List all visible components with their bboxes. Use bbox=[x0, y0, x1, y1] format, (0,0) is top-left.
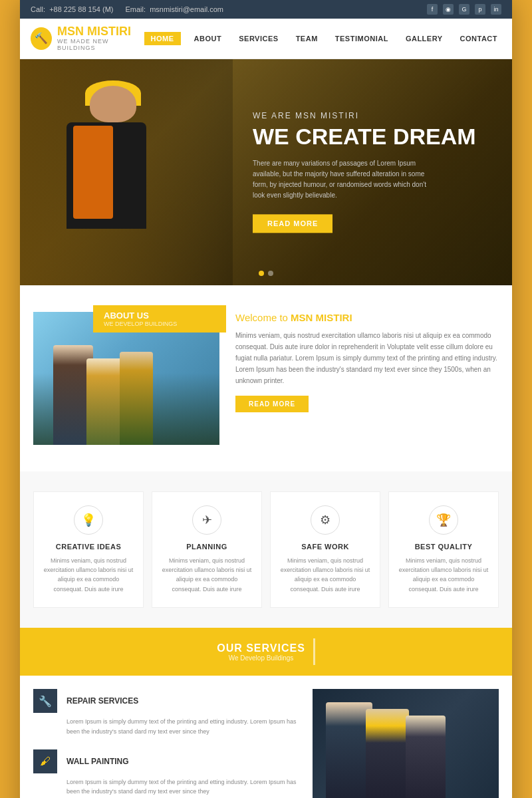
facebook-icon[interactable]: f bbox=[427, 4, 438, 15]
nav-bar: 🔨 MSN MISTIRI WE MADE NEW BUILDINGS HOME… bbox=[20, 19, 512, 59]
nav-links: HOME ABOUT SERVICES TEAM TESTIMONIAL GAL… bbox=[144, 32, 501, 45]
google-plus-icon[interactable]: G bbox=[459, 4, 469, 15]
hero-content: WE ARE MSN MISTIRI WE CREATE DREAM There… bbox=[253, 111, 492, 233]
feature-title-3: BEST QUALITY bbox=[398, 543, 489, 551]
nav-gallery[interactable]: GALLERY bbox=[402, 32, 447, 45]
best-quality-icon: 🏆 bbox=[429, 505, 458, 535]
feature-desc-3: Minims veniam, quis nostrud exercitation… bbox=[398, 556, 489, 595]
feature-creative-ideas: 💡 CREATIVE IDEAS Minims veniam, quis nos… bbox=[33, 491, 144, 608]
about-content: Welcome to MSN MISTIRI Minims veniam, qu… bbox=[235, 312, 499, 445]
service-painting: 🖌 WALL PAINTING Lorem Ipsum is simply du… bbox=[33, 749, 299, 797]
service-name-0: REPAIR SERVICES bbox=[66, 696, 138, 706]
services-image bbox=[313, 689, 499, 798]
about-section: ABOUT US We Develop Buildings Welcome to… bbox=[20, 285, 512, 471]
service-desc-1: Lorem Ipsum is simply dummy text of the … bbox=[66, 777, 299, 797]
worker-figure bbox=[47, 72, 206, 285]
service-name-1: WALL PAINTING bbox=[66, 757, 129, 766]
services-content: 🔧 REPAIR SERVICES Lorem Ipsum is simply … bbox=[20, 689, 512, 798]
hero-dots bbox=[259, 271, 273, 276]
feature-desc-2: Minims veniam, quis nostrud exercitation… bbox=[280, 556, 370, 595]
repair-icon: 🔧 bbox=[33, 689, 57, 713]
logo: 🔨 MSN MISTIRI WE MADE NEW BUILDINGS bbox=[31, 25, 144, 52]
hero-section: WE ARE MSN MISTIRI WE CREATE DREAM There… bbox=[20, 59, 512, 285]
nav-services[interactable]: SERVICES bbox=[235, 32, 282, 45]
welcome-title: Welcome to MSN MISTIRI bbox=[235, 312, 499, 323]
social-icons: f ◉ G p in bbox=[427, 4, 501, 15]
services-section: OUR SERVICES We Develop Buildings 🔧 REPA… bbox=[20, 628, 512, 798]
logo-icon: 🔨 bbox=[31, 27, 52, 50]
service-desc-0: Lorem Ipsum is simply dummy text of the … bbox=[66, 717, 299, 736]
biz-person-2 bbox=[366, 709, 409, 798]
call-label: Call: +88 225 88 154 (M) bbox=[31, 5, 113, 13]
logo-text: MSN MISTIRI WE MADE NEW BUILDINGS bbox=[57, 25, 144, 52]
services-header: OUR SERVICES We Develop Buildings bbox=[20, 628, 512, 676]
person-3 bbox=[120, 352, 153, 445]
person-2 bbox=[86, 358, 123, 445]
about-image-area: ABOUT US We Develop Buildings bbox=[33, 312, 219, 445]
top-bar: Call: +88 225 88 154 (M) Email: msnmisti… bbox=[20, 0, 512, 19]
hero-read-more-button[interactable]: READ MORE bbox=[253, 214, 332, 233]
feature-desc-0: Minims veniam, quis nostrud exercitation… bbox=[43, 556, 134, 595]
feature-planning: ✈ PLANNING Minims veniam, quis nostrud e… bbox=[152, 491, 262, 608]
feature-safe-work: ⚙ SAFE WORK Minims veniam, quis nostrud … bbox=[270, 491, 380, 608]
feature-title-0: CREATIVE IDEAS bbox=[43, 543, 134, 551]
about-description: Minims veniam, quis nostrud exercitation… bbox=[235, 330, 499, 386]
services-list: 🔧 REPAIR SERVICES Lorem Ipsum is simply … bbox=[33, 689, 313, 798]
hero-subtitle: WE ARE MSN MISTIRI bbox=[253, 111, 492, 120]
biz-person-3 bbox=[406, 716, 446, 798]
services-subtitle: We Develop Buildings bbox=[217, 654, 305, 662]
email-label: Email: msnmistiri@email.com bbox=[125, 5, 223, 13]
linkedin-icon[interactable]: in bbox=[491, 4, 501, 15]
service-repair: 🔧 REPAIR SERVICES Lorem Ipsum is simply … bbox=[33, 689, 299, 736]
feature-title-2: SAFE WORK bbox=[280, 543, 370, 551]
about-read-more-button[interactable]: READ MORE bbox=[235, 396, 309, 412]
worker-vest bbox=[73, 126, 113, 219]
nav-testimonial[interactable]: TESTIMONIAL bbox=[331, 32, 392, 45]
nav-home[interactable]: HOME bbox=[144, 32, 181, 45]
planning-icon: ✈ bbox=[192, 505, 221, 535]
top-bar-contact: Call: +88 225 88 154 (M) Email: msnmisti… bbox=[31, 5, 223, 13]
painting-icon: 🖌 bbox=[33, 749, 57, 773]
nav-team[interactable]: TEAM bbox=[292, 32, 322, 45]
hero-dot-2[interactable] bbox=[268, 271, 273, 276]
section-divider bbox=[313, 638, 315, 665]
hero-description: There are many variations of passages of… bbox=[253, 158, 439, 201]
feature-best-quality: 🏆 BEST QUALITY Minims veniam, quis nostr… bbox=[388, 491, 499, 608]
creative-ideas-icon: 💡 bbox=[74, 505, 103, 535]
features-section: 💡 CREATIVE IDEAS Minims veniam, quis nos… bbox=[20, 471, 512, 628]
about-badge: ABOUT US We Develop Buildings bbox=[93, 305, 226, 332]
hero-dot-1[interactable] bbox=[259, 271, 264, 276]
feature-desc-1: Minims veniam, quis nostrud exercitation… bbox=[162, 556, 252, 595]
services-title: OUR SERVICES bbox=[217, 642, 305, 654]
rss-icon[interactable]: ◉ bbox=[443, 4, 454, 15]
nav-contact[interactable]: CONTACT bbox=[456, 32, 501, 45]
hero-title: WE CREATE DREAM bbox=[253, 124, 492, 149]
nav-about[interactable]: ABOUT bbox=[190, 32, 226, 45]
worker-head bbox=[90, 86, 136, 122]
safe-work-icon: ⚙ bbox=[311, 505, 340, 535]
feature-title-1: PLANNING bbox=[162, 543, 252, 551]
pinterest-icon[interactable]: p bbox=[475, 4, 485, 15]
